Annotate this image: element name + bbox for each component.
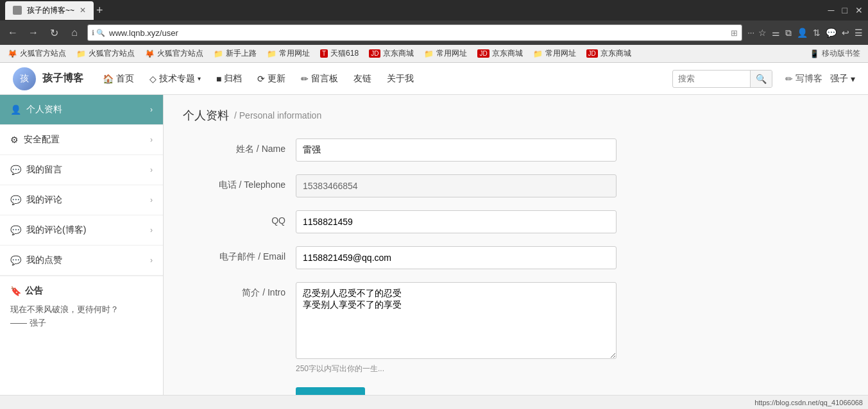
save-button[interactable]: 保存修改 [296,387,365,395]
user-menu[interactable]: 强子 ▾ [830,73,855,85]
pencil-icon: ✏ [301,74,309,84]
nav-friends[interactable]: 友链 [347,69,378,88]
search-input[interactable] [673,74,750,83]
bookmark-jd1[interactable]: JD 京东商城 [365,47,418,60]
sync-icon[interactable]: ⇅ [813,28,821,38]
address-bar[interactable]: ℹ 🔍 www.lqnb.xyz/user ⊞ [87,24,742,41]
tab-close-button[interactable]: ✕ [80,6,86,15]
nav-label: 首页 [116,73,134,85]
bookmark-newbie[interactable]: 📁 新手上路 [210,47,260,60]
email-input-wrap [296,246,617,269]
close-button[interactable]: ✕ [855,5,863,15]
reload-button[interactable]: ↻ [46,27,62,39]
sidebar-item-profile[interactable]: 👤 个人资料 › [0,95,163,125]
nav-guestbook[interactable]: ✏ 留言板 [294,69,345,88]
site-search[interactable]: 🔍 [672,70,772,88]
tmall-icon: T [320,49,328,58]
telephone-row: 电话 / Telephone [183,174,849,197]
new-tab-button[interactable]: + [96,4,103,17]
announcement-title: 🔖 公告 [10,285,153,297]
nav-updates[interactable]: ⟳ 更新 [251,69,292,88]
forward-button[interactable]: → [26,27,41,38]
write-blog-label: 写博客 [796,73,822,85]
telephone-input [296,174,617,197]
message-icon: 💬 [10,165,21,175]
email-row: 电子邮件 / Email [183,246,849,269]
bookmark-label: 京东商城 [383,48,414,59]
archive-icon: ■ [216,74,221,84]
save-label-spacer [183,387,285,392]
bookmark-label: 火狐官方站点 [20,48,66,59]
bookmark-common3[interactable]: 📁 常用网址 [529,47,580,60]
bookmark-fox3[interactable]: 🦊 火狐官方站点 [141,47,207,60]
page-title-text: 个人资料 [183,108,229,123]
bookmark-mobile[interactable]: 📱 移动版书签 [806,47,864,60]
sidebar-item-messages[interactable]: 💬 我的留言 › [0,155,163,185]
bookmark-label: 常用网址 [279,48,310,59]
sidebar-item-comments[interactable]: 💬 我的评论 › [0,185,163,215]
content-area: 👤 个人资料 › ⚙ 安全配置 › 💬 我的留言 › 💬 我的评论 › 💬 [0,95,868,395]
open-tabs-icon[interactable]: ⧉ [785,28,792,38]
bookmark-tmall[interactable]: T 天猫618 [316,47,362,60]
nav-about[interactable]: 关于我 [380,69,420,88]
email-input[interactable] [296,246,617,269]
gear-icon: ⚙ [10,135,19,145]
site-nav: 🏠 首页 ◇ 技术专题 ▾ ■ 归档 ⟳ 更新 ✏ 留言板 友链 [96,69,660,88]
tab-bar: 孩子的博客~~ ✕ + [5,1,103,20]
nav-home[interactable]: 🏠 首页 [96,69,140,88]
user-dropdown-arrow: ▾ [851,74,855,84]
avatar-initial: 孩 [20,73,29,85]
jd-icon1: JD [369,49,380,58]
nav-label: 友链 [353,73,371,85]
search-button[interactable]: 🔍 [750,71,772,87]
site-header: 孩 孩子博客 🏠 首页 ◇ 技术专题 ▾ ■ 归档 ⟳ 更新 ✏ [0,63,868,95]
browser-tab[interactable]: 孩子的博客~~ ✕ [5,1,94,20]
profile-sidebar-icon: 👤 [10,104,21,115]
back-button[interactable]: ← [5,27,21,38]
fox-icon: 🦊 [8,49,17,58]
extensions-icon[interactable]: ··· [747,28,754,38]
bookmark-jd2[interactable]: JD 京东商城 [473,47,526,60]
bookmark-common2[interactable]: 📁 常用网址 [420,47,471,60]
chevron-icon: › [150,226,153,235]
nav-archive[interactable]: ■ 归档 [210,69,248,88]
restore-button[interactable]: □ [842,5,847,15]
folder-icon: 📁 [76,49,86,58]
sidebar-item-blog-comments[interactable]: 💬 我的评论(博客) › [0,215,163,246]
intro-textarea[interactable]: 忍受别人忍受不了的忍受 享受别人享受不了的享受 [296,282,617,359]
bookmark-fox1[interactable]: 🦊 火狐官方站点 [4,47,70,60]
avatar: 孩 [13,67,36,90]
write-blog-button[interactable]: ✏ 写博客 [785,73,822,85]
qq-input[interactable] [296,210,617,233]
bookmark-icon: 🔖 [10,286,21,296]
site-name: 孩子博客 [42,72,83,85]
menu-icon[interactable]: ☰ [855,28,863,38]
history-back-icon[interactable]: ↩ [842,28,849,38]
nav-label: 归档 [224,73,242,85]
bookmark-fox2[interactable]: 📁 火狐官方站点 [72,47,139,60]
save-row: 保存修改 [183,387,849,395]
window-controls: ─ □ ✕ [828,5,863,15]
sidebar-label: 我的点赞 [26,255,62,266]
profile-icon[interactable]: 👤 [797,28,808,38]
minimize-button[interactable]: ─ [828,5,835,15]
sidebar-item-security[interactable]: ⚙ 安全配置 › [0,125,163,155]
sidebar-label: 安全配置 [24,134,60,146]
name-input[interactable] [296,138,617,162]
sidebar-toggle-icon[interactable]: ⚌ [772,28,780,38]
bookmark-common1[interactable]: 📁 常用网址 [263,47,314,60]
header-right: ✏ 写博客 强子 ▾ [785,73,855,85]
bookmark-jd3[interactable]: JD 京东商城 [583,47,635,60]
chat-icon[interactable]: 💬 [826,28,837,38]
bookmark-star-icon[interactable]: ☆ [758,28,767,38]
home-button[interactable]: ⌂ [67,27,82,38]
comment-icon: 💬 [10,195,21,205]
nav-tech[interactable]: ◇ 技术专题 ▾ [143,69,207,88]
intro-input-wrap: 忍受别人忍受不了的忍受 享受别人享受不了的享受 250字以内写出你的一生... [296,282,617,374]
sidebar-item-likes[interactable]: 💬 我的点赞 › [0,246,163,276]
folder-icon4: 📁 [424,49,434,58]
browser-titlebar: 孩子的博客~~ ✕ + ─ □ ✕ [0,0,868,21]
toolbar-actions: ··· ☆ [747,28,767,38]
page-title: 个人资料 / Personal information [183,108,849,123]
bookmark-label: 火狐官方站点 [89,48,135,59]
